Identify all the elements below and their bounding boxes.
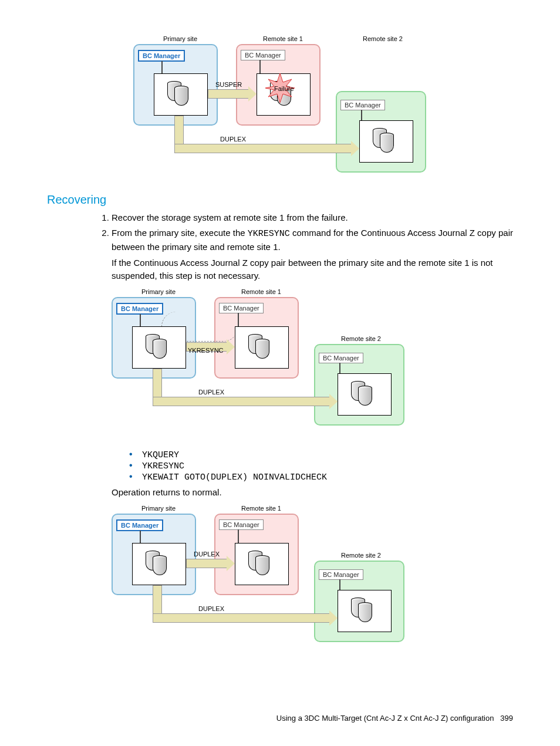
- returns-normal: Operation returns to normal.: [112, 486, 513, 499]
- diagram-2: Primary site Remote site 1 Remote site 2…: [112, 288, 513, 437]
- ykresync-label: YKRESYNC: [188, 347, 224, 354]
- diagram-3: Primary site Remote site 1 Remote site 2…: [112, 505, 513, 654]
- cmd-ykewait: YKEWAIT GOTO(DUPLEX) NOINVALIDCHECK: [129, 471, 513, 482]
- bc-manager-remote1: BC Manager: [241, 50, 285, 60]
- remote2-label: Remote site 2: [353, 35, 412, 42]
- step-2-note: If the Continuous Access Journal Z copy …: [112, 256, 513, 282]
- bc-manager-remote2: BC Manager: [340, 100, 385, 110]
- duplex-label: DUPLEX: [220, 136, 246, 143]
- primary-site-label: Primary site: [151, 35, 210, 42]
- cmd-ykresync: YKRESYNC: [129, 460, 513, 471]
- step-2: From the primary site, execute the YKRES…: [112, 227, 513, 282]
- susper-label: SUSPER: [215, 81, 242, 88]
- arrow-susper: [208, 89, 249, 99]
- remote1-label: Remote site 1: [254, 35, 312, 42]
- command-list: YKQUERY YKRESYNC YKEWAIT GOTO(DUPLEX) NO…: [129, 449, 513, 482]
- remote2-storage: [359, 120, 413, 163]
- cmd-ykquery: YKQUERY: [129, 449, 513, 460]
- failure-label: Failure: [274, 85, 294, 92]
- steps-list: Recover the storage system at remote sit…: [112, 211, 513, 282]
- primary-storage: [154, 73, 208, 116]
- recovering-heading: Recovering: [47, 193, 513, 207]
- arrow-duplex: [174, 144, 352, 153]
- page-footer: Using a 3DC Multi-Target (Cnt Ac-J Z x C…: [276, 714, 513, 723]
- page-number: 399: [500, 714, 513, 723]
- diagram-1: Primary site Remote site 1 Remote site 2…: [47, 35, 513, 181]
- bc-manager-primary: BC Manager: [138, 50, 185, 62]
- step-1: Recover the storage system at remote sit…: [112, 211, 513, 224]
